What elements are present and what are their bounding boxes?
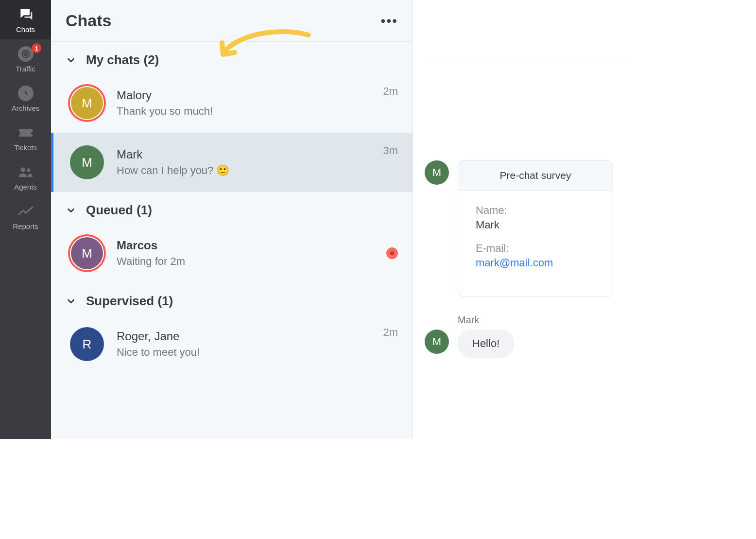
ticket-icon xyxy=(18,125,34,140)
avatar: M xyxy=(425,160,449,185)
conversation-preview: Waiting for 2m xyxy=(117,255,376,268)
survey-email-label: E-mail: xyxy=(476,242,595,255)
section-title: My chats (2) xyxy=(86,52,159,68)
survey-body: Name: Mark E-mail: mark@mail.com xyxy=(458,191,613,296)
emoji-icon: 🙂 xyxy=(216,164,229,177)
avatar-ring: M xyxy=(68,84,106,122)
message-block: Mark M Hello! xyxy=(425,314,618,358)
sidebar-badge: 1 xyxy=(32,43,41,53)
conversation-body: Marcos Waiting for 2m xyxy=(117,239,376,268)
page-title: Chats xyxy=(66,11,111,30)
avatar: M xyxy=(71,237,103,269)
conversation-name: Marcos xyxy=(117,239,376,252)
conversation-preview: How can I help you? 🙂 xyxy=(117,164,372,177)
section-title: Supervised (1) xyxy=(86,294,173,309)
conversation-name: Mark xyxy=(117,148,372,161)
sidebar-item-agents[interactable]: Agents xyxy=(0,157,51,197)
survey-row: M Pre-chat survey Name: Mark E-mail: mar… xyxy=(425,160,618,297)
chevron-down-icon xyxy=(66,205,76,216)
avatar-ring: M xyxy=(68,234,106,272)
conversation-roger[interactable]: R Roger, Jane Nice to meet you! 2m xyxy=(51,317,412,374)
sidebar-item-reports[interactable]: Reports xyxy=(0,197,51,236)
sidebar-item-archives[interactable]: Archives xyxy=(0,79,51,118)
agents-icon xyxy=(18,164,34,180)
chevron-down-icon xyxy=(66,55,76,66)
chat-detail-panel: M Pre-chat survey Name: Mark E-mail: mar… xyxy=(413,0,630,439)
survey-name-label: Name: xyxy=(476,204,595,217)
sidebar-label: Chats xyxy=(16,25,35,34)
clock-icon xyxy=(18,86,34,101)
avatar: M xyxy=(425,330,449,354)
survey-email-value[interactable]: mark@mail.com xyxy=(476,257,595,269)
section-header-supervised[interactable]: Supervised (1) xyxy=(51,283,412,317)
chat-list-panel: Chats ••• My chats (2) M Malory Thank yo… xyxy=(51,0,413,439)
message-row: M Hello! xyxy=(425,330,618,358)
survey-name-value: Mark xyxy=(476,219,595,231)
sidebar-item-tickets[interactable]: Tickets xyxy=(0,118,51,157)
sidebar: Chats Traffic 1 Archives Tickets Agents … xyxy=(0,0,51,439)
conversation-mark[interactable]: M Mark How can I help you? 🙂 3m xyxy=(51,133,412,192)
message-bubble: Hello! xyxy=(458,330,514,358)
conversation-body: Roger, Jane Nice to meet you! xyxy=(117,330,372,359)
section-queued: Queued (1) M Marcos Waiting for 2m xyxy=(51,192,412,283)
avatar-ring: R xyxy=(68,325,106,363)
conversation-time: 2m xyxy=(383,85,398,98)
conversation-time: 2m xyxy=(383,326,398,339)
sidebar-label: Archives xyxy=(12,104,40,112)
svg-point-3 xyxy=(20,168,25,172)
conversation-name: Roger, Jane xyxy=(117,330,372,343)
detail-content: M Pre-chat survey Name: Mark E-mail: mar… xyxy=(425,58,618,375)
conversation-preview: Nice to meet you! xyxy=(117,346,372,359)
sidebar-label: Traffic xyxy=(16,65,35,73)
sidebar-label: Reports xyxy=(13,222,38,230)
avatar: M xyxy=(70,145,104,179)
conversation-preview-text: How can I help you? xyxy=(117,164,213,177)
svg-point-4 xyxy=(26,168,30,172)
section-title: Queued (1) xyxy=(86,203,152,218)
sidebar-label: Tickets xyxy=(14,143,37,152)
list-header: Chats ••• xyxy=(51,0,412,42)
conversation-preview: Thank you so much! xyxy=(117,105,372,118)
conversation-marcos[interactable]: M Marcos Waiting for 2m xyxy=(51,226,412,283)
section-my-chats: My chats (2) M Malory Thank you so much!… xyxy=(51,42,412,192)
sidebar-item-traffic[interactable]: Traffic 1 xyxy=(0,39,51,79)
survey-title: Pre-chat survey xyxy=(458,161,613,191)
sidebar-item-chats[interactable]: Chats xyxy=(0,0,51,39)
section-header-my-chats[interactable]: My chats (2) xyxy=(51,42,412,76)
conversation-body: Malory Thank you so much! xyxy=(117,88,372,118)
unread-dot-icon xyxy=(386,247,398,259)
sidebar-label: Agents xyxy=(14,183,37,191)
section-header-queued[interactable]: Queued (1) xyxy=(51,192,412,226)
pre-chat-survey-card: Pre-chat survey Name: Mark E-mail: mark@… xyxy=(458,160,613,297)
target-icon xyxy=(18,46,34,62)
conversation-name: Malory xyxy=(117,88,372,102)
chevron-down-icon xyxy=(66,296,76,307)
conversation-body: Mark How can I help you? 🙂 xyxy=(117,148,372,177)
section-supervised: Supervised (1) R Roger, Jane Nice to mee… xyxy=(51,283,412,374)
avatar: R xyxy=(70,327,104,361)
avatar: M xyxy=(71,87,103,119)
conversation-malory[interactable]: M Malory Thank you so much! 2m xyxy=(51,76,412,133)
chats-icon xyxy=(18,7,34,22)
conversation-time: 3m xyxy=(383,144,398,157)
detail-divider xyxy=(425,0,630,58)
more-button[interactable]: ••• xyxy=(381,13,398,29)
message-sender: Mark xyxy=(458,314,618,326)
svg-point-2 xyxy=(25,53,26,54)
reports-icon xyxy=(18,204,34,219)
avatar-ring: M xyxy=(68,143,106,181)
